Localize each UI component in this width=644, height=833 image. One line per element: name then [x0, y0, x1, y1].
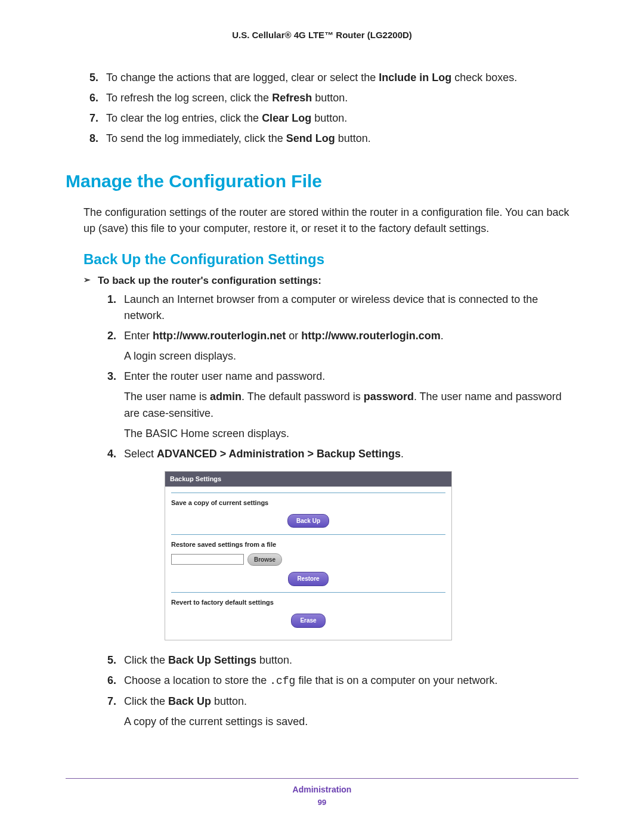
panel-body: Save a copy of current settings Back Up …: [165, 487, 451, 640]
text: button.: [256, 654, 292, 666]
intro-paragraph: The configuration settings of the router…: [83, 205, 578, 237]
password-value: password: [364, 391, 414, 402]
page-footer: Administration 99: [66, 778, 578, 807]
backup-step-1: Launch an Internet browser from a comput…: [119, 292, 578, 325]
erase-button[interactable]: Erase: [291, 614, 325, 628]
continued-step-list: To change the actions that are logged, c…: [66, 70, 578, 147]
backup-step-2: Enter http://www.routerlogin.net or http…: [119, 328, 578, 365]
panel-section-revert-label: Revert to factory default settings: [171, 597, 445, 608]
bold-term: Clear Log: [262, 112, 311, 124]
text: To send the log immediately, click the: [106, 132, 286, 144]
username-value: admin: [210, 391, 242, 402]
text: button.: [211, 695, 247, 707]
text: To clear the log entries, click the: [106, 112, 262, 124]
text: file that is on a computer on your netwo…: [295, 674, 497, 686]
step-6: To refresh the log screen, click the Ref…: [101, 90, 578, 107]
text: Enter: [124, 330, 153, 342]
heading-manage-config: Manage the Configuration File: [66, 171, 578, 191]
document-page: U.S. Cellular® 4G LTE™ Router (LG2200D) …: [0, 0, 644, 833]
text: button.: [335, 132, 371, 144]
text: To refresh the log screen, click the: [106, 92, 272, 104]
menu-path: ADVANCED > Administration > Backup Setti…: [157, 448, 401, 460]
panel-section-save-label: Save a copy of current settings: [171, 498, 445, 508]
backup-step-4: Select ADVANCED > Administration > Backu…: [119, 446, 578, 640]
bold-term: Refresh: [272, 92, 312, 104]
backup-step-5: Click the Back Up Settings button.: [119, 652, 578, 669]
text: Enter the router user name and password.: [124, 370, 325, 382]
step-5: To change the actions that are logged, c…: [101, 70, 578, 86]
url-1: http://www.routerlogin.net: [153, 330, 286, 342]
backup-button[interactable]: Back Up: [287, 514, 329, 528]
text: To change the actions that are logged, c…: [106, 72, 379, 83]
button-name: Back Up Settings: [168, 654, 256, 666]
browse-button[interactable]: Browse: [247, 553, 282, 566]
backup-step-7: Click the Back Up button. A copy of the …: [119, 693, 578, 730]
panel-title: Backup Settings: [165, 472, 451, 487]
text: .: [441, 330, 444, 342]
url-2: http://www.routerlogin.com: [301, 330, 440, 342]
step-result: The BASIC Home screen displays.: [124, 426, 578, 442]
text: The user name is: [124, 391, 210, 402]
footer-category: Administration: [66, 785, 578, 794]
text: . The default password is: [242, 391, 364, 402]
step-result: A login screen displays.: [124, 348, 578, 365]
button-name: Back Up: [168, 695, 211, 707]
step-7: To clear the log entries, click the Clea…: [101, 110, 578, 127]
text: Launch an Internet browser from a comput…: [124, 293, 538, 322]
text: or: [286, 330, 301, 342]
task-heading: To back up the router's configuration se…: [83, 275, 578, 287]
file-extension: .cfg: [270, 675, 295, 687]
divider: [171, 592, 445, 593]
divider: [171, 534, 445, 535]
credentials-note: The user name is admin. The default pass…: [124, 389, 578, 422]
restore-button[interactable]: Restore: [288, 572, 328, 586]
file-path-input[interactable]: [171, 554, 244, 565]
page-header-title: U.S. Cellular® 4G LTE™ Router (LG2200D): [66, 30, 578, 40]
bold-term: Include in Log: [379, 72, 451, 83]
panel-section-restore-label: Restore saved settings from a file: [171, 540, 445, 550]
text: button.: [311, 112, 347, 124]
backup-step-3: Enter the router user name and password.…: [119, 368, 578, 442]
text: Choose a location to store the: [124, 674, 270, 686]
text: Click the: [124, 695, 168, 707]
divider: [171, 493, 445, 493]
text: Select: [124, 448, 157, 460]
bold-term: Send Log: [286, 132, 335, 144]
backup-step-6: Choose a location to store the .cfg file…: [119, 673, 578, 690]
step-8: To send the log immediately, click the S…: [101, 131, 578, 147]
text: button.: [312, 92, 348, 104]
text: .: [401, 448, 404, 460]
footer-page-number: 99: [66, 798, 578, 807]
backup-step-list: Launch an Internet browser from a comput…: [66, 292, 578, 730]
text: Click the: [124, 654, 168, 666]
step-result: A copy of the current settings is saved.: [124, 714, 578, 730]
text: check boxes.: [451, 72, 517, 83]
heading-backup-settings: Back Up the Configuration Settings: [83, 251, 578, 268]
backup-settings-panel: Backup Settings Save a copy of current s…: [165, 471, 452, 640]
